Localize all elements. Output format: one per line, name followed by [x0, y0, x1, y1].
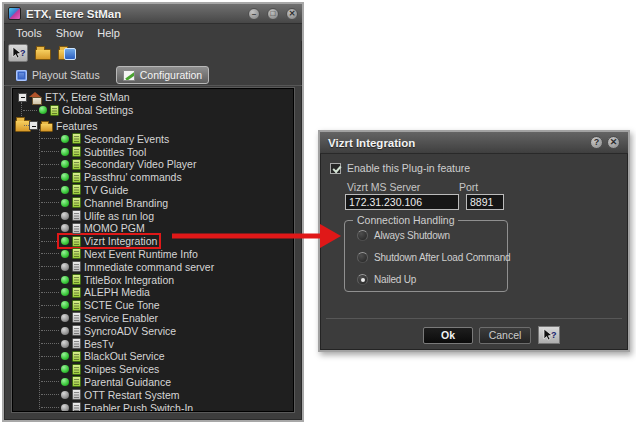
- open-folder-icon[interactable]: [35, 49, 51, 60]
- tree-item-content: Channel Branding: [59, 197, 170, 209]
- tree-item[interactable]: Global Settings: [15, 104, 293, 117]
- tree-item[interactable]: TitleBox Integration: [15, 273, 293, 286]
- dialog-close-icon[interactable]: ✕: [607, 136, 620, 149]
- app-icon: [8, 7, 21, 20]
- enable-plugin-checkbox[interactable]: [330, 163, 341, 174]
- close-icon[interactable]: ✕: [286, 8, 298, 20]
- document-icon: [72, 376, 81, 387]
- context-help-button[interactable]: ?: [8, 44, 28, 62]
- tree-item[interactable]: Next Event Runtime Info: [15, 248, 293, 261]
- document-icon: [72, 236, 81, 247]
- port-input[interactable]: [466, 194, 504, 210]
- ok-button[interactable]: Ok: [423, 327, 473, 344]
- main-title-bar[interactable]: ETX, Etere StMan – □ ✕: [4, 4, 302, 24]
- main-window: ETX, Etere StMan – □ ✕ Tools Show Help ?…: [2, 2, 304, 422]
- tree-item[interactable]: Enabler Push Switch-In: [15, 401, 293, 412]
- tree-item[interactable]: Ulife as run log: [15, 209, 293, 222]
- cancel-button[interactable]: Cancel: [479, 327, 531, 344]
- server-label: Vizrt MS Server: [347, 181, 420, 193]
- tab-configuration[interactable]: Configuration: [116, 66, 209, 84]
- tree-branch-line: [23, 110, 37, 111]
- tree-item[interactable]: Secondary Video Player: [15, 158, 293, 171]
- dialog-title-bar[interactable]: Vizrt Integration ? ✕: [320, 132, 628, 154]
- tree-item[interactable]: Service Enabler: [15, 312, 293, 325]
- menu-bar: Tools Show Help: [4, 24, 302, 41]
- playout-status-icon: [16, 70, 27, 81]
- status-led-icon: [61, 340, 69, 348]
- tab-playout-status[interactable]: Playout Status: [10, 67, 106, 83]
- radio-button-icon[interactable]: [357, 252, 368, 263]
- tree-branch-line: [41, 164, 59, 165]
- tree-item[interactable]: SCTE Cue Tone: [15, 299, 293, 312]
- help-cursor-icon: ?: [11, 46, 26, 60]
- radio-button-icon[interactable]: [357, 274, 368, 285]
- status-led-icon: [61, 199, 69, 207]
- tree-item-label: SCTE Cue Tone: [84, 299, 160, 311]
- radio-option-nailed-up[interactable]: Nailed Up: [357, 274, 416, 285]
- minimize-icon[interactable]: –: [248, 8, 260, 20]
- tree-item-content: Vizrt Integration: [59, 235, 159, 247]
- port-label: Port: [459, 181, 478, 193]
- svg-text:?: ?: [551, 330, 557, 340]
- tree-root-item[interactable]: ETX, Etere StMan: [15, 91, 293, 104]
- tree-item[interactable]: Vizrt Integration: [15, 235, 293, 248]
- tree-item-label: Parental Guidance: [84, 376, 171, 388]
- radio-button-icon[interactable]: [357, 230, 368, 241]
- menu-tools[interactable]: Tools: [10, 26, 48, 40]
- tree-item[interactable]: TV Guide: [15, 184, 293, 197]
- collapse-minus-icon[interactable]: [29, 121, 38, 130]
- tree-item[interactable]: Secondary Events: [15, 132, 293, 145]
- document-icon: [72, 364, 81, 375]
- tree-branch-line: [41, 202, 59, 203]
- enable-plugin-label: Enable this Plug-in feature: [347, 162, 470, 174]
- tree-item[interactable]: Channel Branding: [15, 196, 293, 209]
- tree-item[interactable]: Snipes Services: [15, 363, 293, 376]
- menu-help[interactable]: Help: [91, 26, 126, 40]
- connection-handling-group: Connection Handling Always ShutdownShutd…: [344, 220, 508, 292]
- dialog-context-help-button[interactable]: ?: [538, 326, 560, 344]
- tree-branch-line: [41, 292, 59, 293]
- document-icon: [72, 210, 81, 221]
- document-icon: [72, 261, 81, 272]
- tree-branch-line: [41, 407, 59, 408]
- tree-item[interactable]: Immediate command server: [15, 260, 293, 273]
- tree-branch-line: [41, 394, 59, 395]
- maximize-icon[interactable]: □: [267, 8, 279, 20]
- tree-branch-line: [41, 215, 59, 216]
- tree-item-features[interactable]: Features: [15, 120, 31, 133]
- tree-item[interactable]: BesTv: [15, 337, 293, 350]
- tree-item-content: Features: [38, 120, 99, 132]
- tree-item-content: BlackOut Service: [59, 350, 167, 362]
- tree-item-label: ETX, Etere StMan: [45, 91, 130, 103]
- tree-item[interactable]: ALEPH Media: [15, 286, 293, 299]
- tree-guide-line: [39, 129, 40, 409]
- folder-window-icon[interactable]: [58, 49, 74, 60]
- radio-option-shutdown-after-load-command[interactable]: Shutdown After Load Command: [357, 252, 510, 263]
- tree-item-content: MOMO PGM: [59, 222, 147, 234]
- tree-item[interactable]: Subtitles Tool: [15, 145, 293, 158]
- tree-item-label: Service Enabler: [84, 312, 158, 324]
- tree-item[interactable]: OTT Restart System: [15, 388, 293, 401]
- tree-branch-line: [41, 253, 59, 254]
- tree-item-content: Next Event Runtime Info: [59, 248, 200, 260]
- enable-plugin-row[interactable]: Enable this Plug-in feature: [330, 162, 470, 174]
- status-led-icon: [61, 301, 69, 309]
- menu-show[interactable]: Show: [50, 26, 90, 40]
- tree-item[interactable]: SyncroADV Service: [15, 324, 293, 337]
- document-icon: [72, 172, 81, 183]
- tree-branch-line: [41, 151, 59, 152]
- tree-item-content: SCTE Cue Tone: [59, 299, 162, 311]
- feature-tree[interactable]: ETX, Etere StManGlobal SettingsFeaturesS…: [12, 88, 294, 412]
- tree-item[interactable]: MOMO PGM: [15, 222, 293, 235]
- tree-item-content: Global Settings: [37, 104, 135, 116]
- collapse-minus-icon[interactable]: [18, 93, 27, 102]
- server-input[interactable]: [345, 194, 459, 210]
- radio-option-always-shutdown[interactable]: Always Shutdown: [357, 230, 450, 241]
- tree-item[interactable]: Parental Guidance: [15, 376, 293, 389]
- tree-item-content: BesTv: [59, 338, 116, 350]
- tree-branch-line: [41, 356, 59, 357]
- tree-item-content: ETX, Etere StMan: [27, 91, 132, 103]
- tree-item[interactable]: BlackOut Service: [15, 350, 293, 363]
- tree-item[interactable]: Passthru' commands: [15, 171, 293, 184]
- dialog-help-icon[interactable]: ?: [590, 136, 603, 149]
